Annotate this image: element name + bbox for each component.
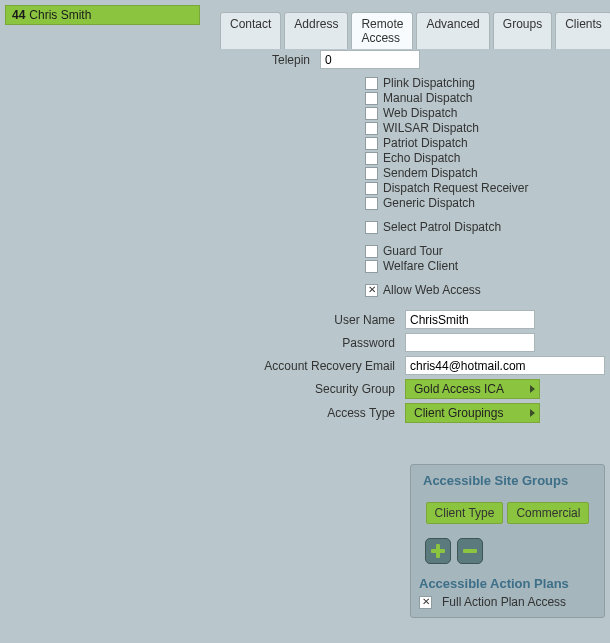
tab-advanced[interactable]: Advanced	[416, 12, 489, 49]
guard-row: Welfare Client	[365, 259, 610, 273]
tab-groups[interactable]: Groups	[493, 12, 552, 49]
panel-title: Accessible Site Groups	[423, 473, 596, 488]
access-type-value: Client Groupings	[414, 406, 503, 420]
telepin-label: Telepin	[0, 53, 320, 67]
tab-contact[interactable]: Contact	[220, 12, 281, 49]
dispatch-row: Web Dispatch	[365, 106, 610, 120]
guard-checkbox[interactable]	[365, 260, 378, 273]
password-input[interactable]	[405, 333, 535, 352]
username-label: User Name	[0, 313, 405, 327]
panel-subtitle: Accessible Action Plans	[419, 576, 596, 591]
guard-checkbox[interactable]	[365, 245, 378, 258]
plus-icon	[431, 544, 445, 558]
dispatch-checkbox[interactable]	[365, 77, 378, 90]
commercial-button[interactable]: Commercial	[507, 502, 589, 524]
dispatch-label: Generic Dispatch	[383, 196, 475, 210]
dispatch-label: Dispatch Request Receiver	[383, 181, 528, 195]
dispatch-label: Patriot Dispatch	[383, 136, 468, 150]
dispatch-row: Echo Dispatch	[365, 151, 610, 165]
chevron-right-icon	[530, 409, 535, 417]
guard-label: Guard Tour	[383, 244, 443, 258]
dispatch-label: Echo Dispatch	[383, 151, 460, 165]
dispatch-checkbox[interactable]	[365, 182, 378, 195]
security-group-label: Security Group	[0, 382, 405, 396]
email-input[interactable]	[405, 356, 605, 375]
record-id: 44	[12, 8, 25, 22]
patrol-dispatch-label: Select Patrol Dispatch	[383, 220, 501, 234]
dispatch-label: Sendem Dispatch	[383, 166, 478, 180]
dispatch-row: Sendem Dispatch	[365, 166, 610, 180]
guard-label: Welfare Client	[383, 259, 458, 273]
dispatch-row: WILSAR Dispatch	[365, 121, 610, 135]
chevron-right-icon	[530, 385, 535, 393]
full-action-plan-row: Full Action Plan Access	[419, 595, 596, 609]
telepin-input[interactable]	[320, 50, 420, 69]
dispatch-checkbox[interactable]	[365, 137, 378, 150]
dispatch-checkbox[interactable]	[365, 92, 378, 105]
allow-web-checkbox[interactable]	[365, 284, 378, 297]
dispatch-label: Plink Dispatching	[383, 76, 475, 90]
dispatch-row: Dispatch Request Receiver	[365, 181, 610, 195]
dispatch-row: Plink Dispatching	[365, 76, 610, 90]
dispatch-row: Patriot Dispatch	[365, 136, 610, 150]
access-type-label: Access Type	[0, 406, 405, 420]
dispatch-row: Manual Dispatch	[365, 91, 610, 105]
dispatch-row: Generic Dispatch	[365, 196, 610, 210]
password-label: Password	[0, 336, 405, 350]
tab-remote-access[interactable]: Remote Access	[351, 12, 413, 49]
dispatch-checkbox[interactable]	[365, 197, 378, 210]
client-type-button[interactable]: Client Type	[426, 502, 504, 524]
add-button[interactable]	[425, 538, 451, 564]
tab-address[interactable]: Address	[284, 12, 348, 49]
remote-access-form: Telepin Plink DispatchingManual Dispatch…	[0, 48, 610, 425]
username-input[interactable]	[405, 310, 535, 329]
full-action-plan-label: Full Action Plan Access	[442, 595, 566, 609]
dispatch-label: WILSAR Dispatch	[383, 121, 479, 135]
tab-bar: ContactAddressRemote AccessAdvancedGroup…	[220, 12, 610, 49]
email-label: Account Recovery Email	[0, 359, 405, 373]
full-action-plan-checkbox[interactable]	[419, 596, 432, 609]
guard-row: Guard Tour	[365, 244, 610, 258]
dispatch-label: Web Dispatch	[383, 106, 457, 120]
patrol-dispatch-checkbox[interactable]	[365, 221, 378, 234]
security-group-value: Gold Access ICA	[414, 382, 504, 396]
access-type-dropdown[interactable]: Client Groupings	[405, 403, 540, 423]
accessible-site-groups-panel: Accessible Site Groups Client Type Comme…	[410, 464, 605, 618]
dispatch-label: Manual Dispatch	[383, 91, 472, 105]
record-name: Chris Smith	[29, 8, 91, 22]
allow-web-label: Allow Web Access	[383, 283, 481, 297]
dispatch-checkbox[interactable]	[365, 167, 378, 180]
record-title-chip: 44 Chris Smith	[5, 5, 200, 25]
minus-icon	[463, 549, 477, 553]
dispatch-checkbox[interactable]	[365, 107, 378, 120]
dispatch-checkbox[interactable]	[365, 122, 378, 135]
allow-web-row: Allow Web Access	[365, 283, 610, 297]
tab-clients[interactable]: Clients	[555, 12, 610, 49]
security-group-dropdown[interactable]: Gold Access ICA	[405, 379, 540, 399]
dispatch-checkbox[interactable]	[365, 152, 378, 165]
remove-button[interactable]	[457, 538, 483, 564]
patrol-dispatch-row: Select Patrol Dispatch	[365, 220, 610, 234]
